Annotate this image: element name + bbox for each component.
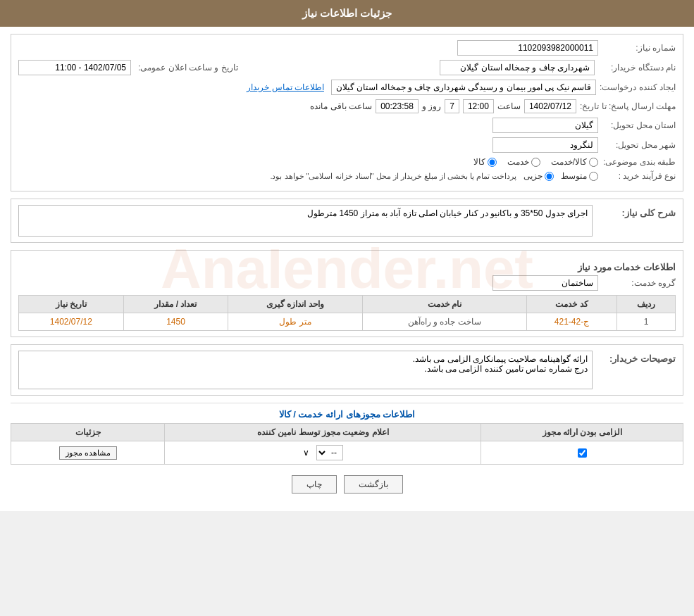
perm-required-cell bbox=[481, 441, 683, 465]
service-group-label: گروه خدمت: bbox=[598, 278, 676, 288]
process-radio-motavaset[interactable] bbox=[589, 172, 598, 181]
process-type-options: متوسط جزیی پرداخت تمام یا بخشی از مبلغ خ… bbox=[270, 171, 598, 181]
province-row: استان محل تحویل: گیلان bbox=[18, 118, 676, 133]
category-option-kala[interactable]: کالا bbox=[473, 157, 497, 167]
city-row: شهر محل تحویل: لنگرود bbox=[18, 137, 676, 153]
deadline-date: 1402/07/12 bbox=[524, 99, 576, 113]
view-permit-button[interactable]: مشاهده مجوز bbox=[59, 446, 117, 460]
services-table: ردیف کد خدمت نام خدمت واحد اندازه گیری ت… bbox=[18, 295, 676, 331]
category-option-khedmat[interactable]: خدمت bbox=[507, 157, 540, 167]
creator-value: قاسم نیک پی امور بیمان و رسیدگی شهرداری … bbox=[331, 80, 596, 95]
buyer-org-value: شهرداری چاف و چمخاله استان گیلان bbox=[440, 60, 595, 75]
process-type-label: نوع فرآیند خرید : bbox=[598, 171, 676, 181]
cell-date: 1402/07/12 bbox=[19, 313, 124, 331]
perm-col-details: جزئیات bbox=[11, 424, 165, 441]
perm-required-checkbox[interactable] bbox=[578, 448, 587, 458]
deadline-time-label: ساعت bbox=[497, 101, 521, 111]
buyer-org-announce-row: نام دستگاه خریدار: شهرداری چاف و چمخاله … bbox=[18, 60, 676, 75]
service-row: 1 ج-42-421 ساخت جاده و راه‌آهن متر طول 1… bbox=[19, 313, 676, 331]
cell-name: ساخت جاده و راه‌آهن bbox=[362, 313, 526, 331]
province-value: گیلان bbox=[492, 118, 598, 133]
services-table-header: ردیف کد خدمت نام خدمت واحد اندازه گیری ت… bbox=[19, 296, 676, 313]
buyer-notes-section: توصیحات خریدار: bbox=[11, 344, 683, 396]
category-row: طبقه بندی موضوعی: کالا/خدمت خدمت کالا bbox=[18, 157, 676, 167]
process-type-row: نوع فرآیند خرید : متوسط جزیی پرداخت تمام… bbox=[18, 171, 676, 181]
category-radio-kala-khedmat[interactable] bbox=[589, 158, 598, 167]
buyer-org-label: نام دستگاه خریدار: bbox=[598, 63, 676, 73]
buyer-notes-label: توصیحات خریدار: bbox=[598, 351, 676, 364]
col-code: کد خدمت bbox=[527, 296, 617, 313]
category-option-kala-khedmat[interactable]: کالا/خدمت bbox=[551, 157, 598, 167]
perm-status-select[interactable]: -- bbox=[316, 445, 343, 460]
deadline-days: 7 bbox=[445, 99, 459, 113]
perm-row: -- ∨ مشاهده مجوز bbox=[11, 441, 683, 465]
permissions-table: الزامی بودن ارائه مجوز اعلام وضعیت مجوز … bbox=[11, 423, 683, 465]
service-group-row: گروه خدمت: ساختمان bbox=[18, 275, 676, 291]
need-description-textarea[interactable]: اجرای جدول 50*35 و باکانیو در کنار خیابا… bbox=[18, 205, 593, 237]
cell-code: ج-42-421 bbox=[527, 313, 617, 331]
permissions-header: الزامی بودن ارائه مجوز اعلام وضعیت مجوز … bbox=[11, 424, 683, 441]
city-value: لنگرود bbox=[492, 137, 598, 153]
cell-qty: 1450 bbox=[123, 313, 228, 331]
print-button[interactable]: چاپ bbox=[292, 475, 337, 494]
announce-datetime-value: 1402/07/05 - 11:00 bbox=[18, 60, 131, 75]
perm-col-status: اعلام وضعیت مجوز توسط نامین کننده bbox=[165, 424, 481, 441]
province-label: استان محل تحویل: bbox=[598, 120, 676, 130]
process-motavaset[interactable]: متوسط bbox=[561, 171, 598, 181]
perm-col-required: الزامی بودن ارائه مجوز bbox=[481, 424, 683, 441]
need-number-label: شماره نیاز: bbox=[598, 43, 676, 53]
permissions-title: اطلاعات مجوزهای ارائه خدمت / کالا bbox=[11, 403, 683, 420]
cell-unit: متر طول bbox=[228, 313, 362, 331]
action-buttons: بازگشت چاپ bbox=[11, 475, 683, 494]
category-label: طبقه بندی موضوعی: bbox=[598, 157, 676, 167]
deadline-day-label: روز و bbox=[422, 101, 441, 111]
col-date: تاریخ نیاز bbox=[19, 296, 124, 313]
category-radio-kala[interactable] bbox=[488, 158, 497, 167]
category-radio-khedmat[interactable] bbox=[531, 158, 540, 167]
deadline-timeline: 1402/07/12 ساعت 12:00 7 روز و 00:23:58 س… bbox=[310, 99, 576, 113]
col-name: نام خدمت bbox=[362, 296, 526, 313]
back-button[interactable]: بازگشت bbox=[344, 475, 403, 494]
cell-row: 1 bbox=[617, 313, 676, 331]
buyer-notes-textarea[interactable] bbox=[18, 351, 593, 389]
deadline-row: مهلت ارسال پاسخ: تا تاریخ: 1402/07/12 سا… bbox=[18, 99, 676, 113]
col-row: ردیف bbox=[617, 296, 676, 313]
process-jozyi[interactable]: جزیی bbox=[523, 171, 554, 181]
creator-link[interactable]: اطلاعات تماس خریدار bbox=[247, 82, 324, 92]
main-info-section: شماره نیاز: 1102093982000011 نام دستگاه … bbox=[11, 34, 683, 191]
services-section: اطلاعات خدمات مورد نیاز گروه خدمت: ساختم… bbox=[11, 250, 683, 337]
need-description-section: شرح کلی نیاز: اجرای جدول 50*35 و باکانیو… bbox=[11, 199, 683, 243]
deadline-remaining: 00:23:58 bbox=[376, 99, 419, 113]
process-note: پرداخت تمام یا بخشی از مبلغ خریدار از مح… bbox=[270, 172, 516, 181]
city-label: شهر محل تحویل: bbox=[598, 140, 676, 150]
permissions-section: اطلاعات مجوزهای ارائه خدمت / کالا الزامی… bbox=[11, 403, 683, 465]
creator-label: ایجاد کننده درخواست: bbox=[596, 82, 676, 92]
services-title: اطلاعات خدمات مورد نیاز bbox=[18, 262, 676, 272]
deadline-time: 12:00 bbox=[463, 99, 494, 113]
deadline-remaining-label: ساعت باقی مانده bbox=[310, 101, 372, 111]
col-unit: واحد اندازه گیری bbox=[228, 296, 362, 313]
deadline-label: مهلت ارسال پاسخ: تا تاریخ: bbox=[576, 101, 676, 111]
category-options: کالا/خدمت خدمت کالا bbox=[473, 157, 598, 167]
need-number-row: شماره نیاز: 1102093982000011 bbox=[18, 40, 676, 56]
service-group-value: ساختمان bbox=[492, 275, 598, 291]
need-number-value: 1102093982000011 bbox=[457, 40, 598, 56]
perm-status-cell: -- ∨ bbox=[165, 441, 481, 465]
creator-row: ایجاد کننده درخواست: قاسم نیک پی امور بی… bbox=[18, 80, 676, 95]
process-radio-jozyi[interactable] bbox=[545, 172, 554, 181]
page-title: جزئیات اطلاعات نیاز bbox=[0, 0, 694, 27]
perm-details-cell: مشاهده مجوز bbox=[11, 441, 165, 465]
announce-datetime-label: تاریخ و ساعت اعلان عمومی: bbox=[135, 63, 238, 73]
col-qty: تعداد / مقدار bbox=[123, 296, 228, 313]
need-desc-label: شرح کلی نیاز: bbox=[598, 205, 676, 218]
